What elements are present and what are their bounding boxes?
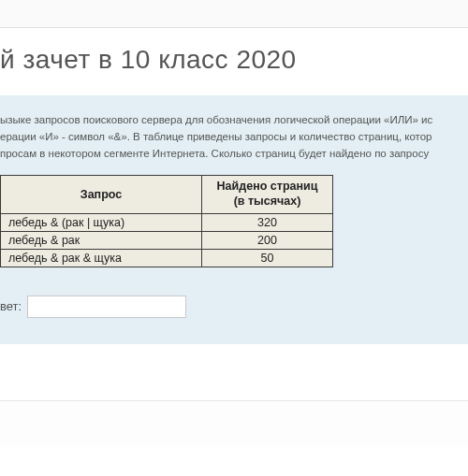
- page-title: й зачет в 10 класс 2020: [0, 45, 468, 75]
- top-toolbar: [0, 0, 468, 28]
- cell-found: 200: [202, 231, 333, 249]
- title-area: й зачет в 10 класс 2020: [0, 28, 468, 95]
- bottom-card: [0, 400, 468, 447]
- spacer: [0, 344, 468, 382]
- cell-found: 50: [202, 249, 333, 267]
- question-line: просам в некотором сегменте Интернета. С…: [0, 146, 468, 163]
- cell-found: 320: [202, 213, 333, 231]
- table-row: лебедь & рак 200: [1, 231, 333, 249]
- table-row: лебедь & (рак | щука) 320: [1, 213, 333, 231]
- query-table: Запрос Найдено страниц (в тысячах) лебед…: [0, 175, 333, 267]
- answer-input[interactable]: [27, 296, 186, 318]
- cell-query: лебедь & рак: [1, 231, 202, 249]
- question-text: ызыке запросов поискового сервера для об…: [0, 112, 468, 162]
- table-header-row: Запрос Найдено страниц (в тысячах): [1, 176, 333, 213]
- cell-query: лебедь & рак & щука: [1, 249, 202, 267]
- cell-query: лебедь & (рак | щука): [1, 213, 202, 231]
- question-line: ызыке запросов поискового сервера для об…: [0, 112, 468, 129]
- answer-label: вет:: [0, 299, 22, 313]
- table-row: лебедь & рак & щука 50: [1, 249, 333, 267]
- header-found: Найдено страниц (в тысячах): [202, 176, 333, 213]
- answer-row: вет:: [0, 296, 468, 318]
- question-line: ерации «И» - символ «&». В таблице приве…: [0, 129, 468, 146]
- question-card: ызыке запросов поискового сервера для об…: [0, 95, 468, 344]
- header-query: Запрос: [1, 176, 202, 213]
